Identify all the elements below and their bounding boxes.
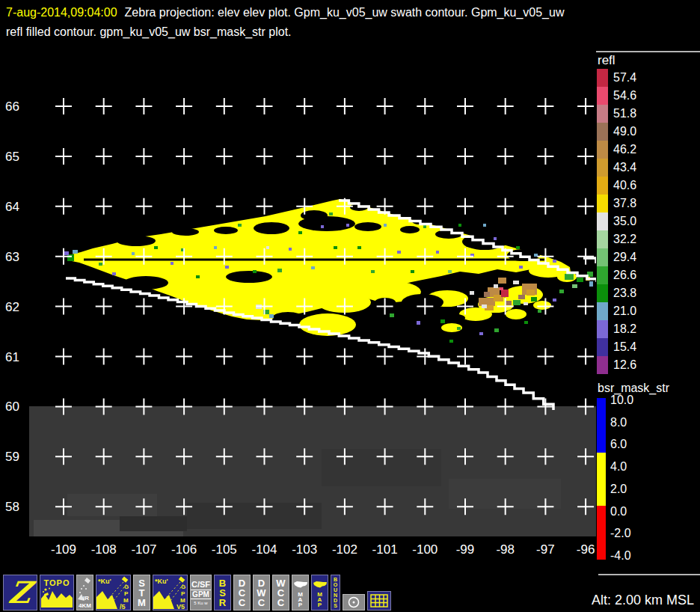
refl-legend-entry: 37.8 — [597, 195, 636, 212]
refl-color-swatch — [597, 356, 608, 374]
refl-color-label: 21.0 — [613, 305, 636, 318]
grid-tool-button[interactable] — [367, 591, 391, 611]
svg-text:G: G — [124, 584, 129, 590]
lat-tick-label: 59 — [5, 450, 19, 464]
refl-color-swatch — [597, 195, 608, 212]
refl-color-label: 23.8 — [613, 287, 636, 300]
refl-color-label: 26.6 — [613, 269, 636, 282]
refl-color-label: 18.2 — [613, 322, 636, 336]
refl-color-label: 51.8 — [613, 107, 636, 120]
refl-legend-entry: 29.4 — [597, 248, 636, 266]
refl-legend-entry: 51.8 — [597, 105, 636, 123]
refl-legend-entry: 43.4 — [597, 159, 636, 177]
zebra-app-window: 7-aug-2014,09:04:00Zebra projection: ele… — [0, 0, 700, 612]
title-line-2: refl filled contour. gpm_ku_v05_uw bsr_m… — [6, 22, 700, 42]
lat-tick-label: 63 — [5, 250, 19, 264]
refl-legend-entry: 15.4 — [597, 338, 636, 356]
refl-color-label: 29.4 — [613, 251, 636, 264]
svg-text:P: P — [181, 590, 185, 597]
refl-color-label: 46.2 — [613, 143, 636, 156]
ku-gpm-v5-button[interactable]: *Ku'GPMV5 — [153, 575, 188, 611]
bsr-color-label: 6.0 — [610, 438, 655, 451]
lon-tick-label: -102 — [332, 542, 357, 557]
dcc-button[interactable]: DCC — [233, 575, 251, 611]
lat-tick-label: 64 — [5, 200, 19, 214]
stm-button[interactable]: STM — [133, 575, 150, 611]
legend-panel: refl 57.454.651.849.046.243.440.637.835.… — [596, 45, 700, 572]
refl-color-swatch — [597, 159, 608, 177]
mountains-icon — [41, 587, 73, 608]
center-tool-button[interactable] — [343, 594, 365, 611]
topo-button[interactable]: TOPO — [40, 575, 74, 611]
dwc-button[interactable]: DWC — [253, 575, 270, 611]
ir-4km-button[interactable]: IR4KM — [76, 575, 93, 611]
bsr-colorbar — [597, 398, 606, 560]
plot-description-1: Zebra projection: elev elev plot. Gpm_ku… — [125, 6, 565, 19]
lon-tick-label: -105 — [212, 542, 237, 557]
bsr-color-label: -4.0 — [610, 549, 655, 563]
refl-color-swatch — [597, 284, 608, 302]
lon-tick-label: -96 — [577, 542, 595, 557]
lon-tick-label: -100 — [412, 542, 438, 557]
ku-satellite-icon: *Ku'GPMV5 — [153, 576, 187, 609]
bsr-color-label: -2.0 — [610, 527, 655, 540]
svg-text:V5: V5 — [176, 603, 185, 609]
refl-color-swatch — [597, 105, 608, 123]
lon-tick-label: -107 — [131, 542, 156, 557]
refl-color-swatch — [597, 320, 608, 338]
refl-legend-entry: 26.6 — [597, 266, 636, 284]
svg-text:G: G — [181, 584, 185, 590]
map-navy-button[interactable]: MAP — [311, 575, 328, 611]
lat-tick-label: 65 — [5, 150, 19, 164]
grid-icon — [370, 594, 388, 608]
refl-colorbar-title: refl — [598, 53, 615, 67]
refl-color-swatch — [597, 266, 608, 284]
bsr-color-label: 0.0 — [610, 505, 655, 518]
csf-gpm-button[interactable]: C/SFGPM5 Ku w — [190, 575, 212, 611]
refl-color-swatch — [597, 338, 608, 356]
svg-text:/5: /5 — [120, 603, 126, 609]
toolbar: ZTOPOIR4KM*Ku'GPM/5STM*Ku'GPMV5C/SFGPM5 … — [3, 575, 391, 611]
refl-legend-entry: 57.4 — [597, 69, 636, 87]
refl-legend-entry: 46.2 — [597, 141, 636, 159]
altitude-readout: Alt: 2.00 km MSL — [592, 593, 694, 608]
refl-legend-entry: 21.0 — [597, 302, 636, 320]
zebra-logo[interactable]: Z — [3, 575, 37, 611]
bsr-button[interactable]: BSR — [214, 575, 231, 611]
refl-legend-entry: 49.0 — [597, 123, 636, 141]
map-plot-canvas[interactable]: 666564636261605958-109-108-107-106-105-1… — [0, 45, 598, 572]
ku-satellite-icon: *Ku'GPM/5 — [96, 576, 130, 609]
lat-tick-label: 61 — [5, 350, 19, 364]
refl-color-swatch — [597, 69, 608, 87]
bsr-color-band — [597, 398, 606, 453]
lat-tick-label: 66 — [5, 100, 19, 114]
refl-color-label: 12.6 — [613, 358, 636, 372]
refl-colorbar: 57.454.651.849.046.243.440.637.835.032.2… — [597, 69, 636, 374]
refl-legend-entry: 23.8 — [597, 284, 636, 302]
lon-tick-label: -108 — [91, 542, 117, 557]
refl-color-swatch — [597, 212, 608, 230]
svg-text:P: P — [124, 590, 129, 597]
refl-color-swatch — [597, 230, 608, 248]
refl-legend-entry: 54.6 — [597, 87, 636, 105]
refl-color-label: 43.4 — [613, 161, 636, 174]
bsr-color-band — [597, 453, 606, 506]
wcc-button[interactable]: WCC — [272, 575, 289, 611]
legend-top-divider — [596, 51, 700, 52]
status-divider — [598, 574, 700, 575]
refl-color-swatch — [597, 87, 608, 105]
bottom-bar: ZTOPOIR4KM*Ku'GPM/5STM*Ku'GPMV5C/SFGPM5 … — [0, 572, 700, 612]
refl-color-label: 54.6 — [613, 89, 636, 102]
refl-color-label: 35.0 — [613, 215, 636, 228]
center-point-icon — [346, 596, 361, 609]
refl-color-swatch — [597, 177, 608, 195]
svg-text:*Ku': *Ku' — [98, 578, 111, 585]
refl-legend-entry: 40.6 — [597, 177, 636, 195]
bsr-color-label: 10.0 — [610, 394, 655, 407]
refl-color-swatch — [597, 123, 608, 141]
svg-text:*Ku': *Ku' — [155, 578, 168, 585]
map-gray-button[interactable]: MAP — [292, 575, 309, 611]
bounds-button[interactable]: BOUNDS — [331, 575, 340, 611]
ku-gpm-5-button[interactable]: *Ku'GPM/5 — [96, 575, 131, 611]
refl-color-swatch — [597, 248, 608, 266]
